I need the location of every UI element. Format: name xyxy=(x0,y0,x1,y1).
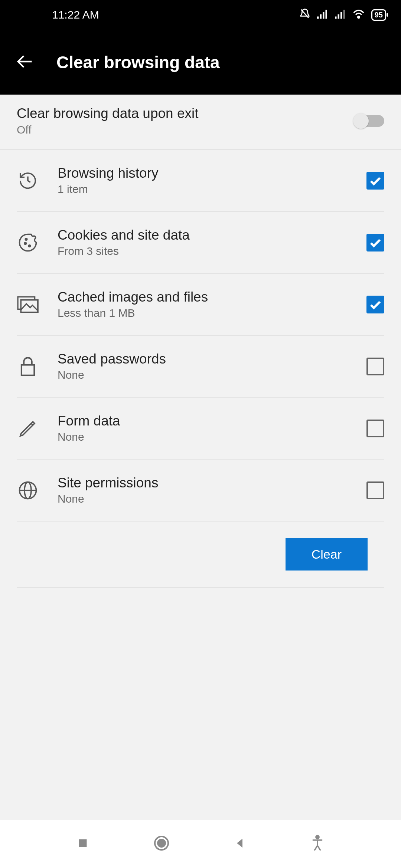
row-title: Form data xyxy=(58,413,348,429)
svg-point-12 xyxy=(29,245,30,247)
svg-rect-22 xyxy=(79,839,87,847)
svg-line-29 xyxy=(314,846,317,851)
row-title: Cached images and files xyxy=(58,289,348,305)
toggle-knob xyxy=(353,113,369,129)
row-sub: Less than 1 MB xyxy=(58,307,348,319)
svg-rect-17 xyxy=(22,365,34,375)
svg-line-30 xyxy=(317,846,320,851)
row-cached[interactable]: Cached images and files Less than 1 MB xyxy=(17,274,384,336)
page-title: Clear browsing data xyxy=(56,52,220,72)
row-sub: 1 item xyxy=(58,183,348,195)
system-nav-bar xyxy=(0,820,401,868)
svg-rect-6 xyxy=(338,14,339,19)
row-passwords[interactable]: Saved passwords None xyxy=(17,336,384,398)
row-title: Site permissions xyxy=(58,475,348,491)
checkbox-cookies[interactable] xyxy=(366,234,384,251)
row-text: Form data None xyxy=(58,413,348,443)
checkbox-cached[interactable] xyxy=(366,296,384,313)
status-icons: 95 xyxy=(299,8,386,22)
row-sub: None xyxy=(58,369,348,381)
checkbox-passwords[interactable] xyxy=(366,358,384,375)
globe-icon xyxy=(17,479,39,502)
lock-icon xyxy=(17,355,39,378)
svg-rect-8 xyxy=(343,10,345,19)
svg-rect-5 xyxy=(335,16,337,19)
row-text: Cached images and files Less than 1 MB xyxy=(58,289,348,319)
cookie-icon xyxy=(17,231,39,254)
pencil-icon xyxy=(17,417,39,440)
svg-point-13 xyxy=(25,238,27,240)
row-sub: None xyxy=(58,431,348,443)
row-form-data[interactable]: Form data None xyxy=(17,398,384,460)
row-sub: None xyxy=(58,493,348,505)
svg-point-24 xyxy=(158,839,165,847)
svg-point-26 xyxy=(316,835,319,838)
back-arrow-icon[interactable] xyxy=(15,52,34,73)
history-icon xyxy=(17,170,39,192)
app-bar: Clear browsing data xyxy=(0,30,401,95)
clear-button-row: Clear xyxy=(17,522,384,588)
svg-rect-1 xyxy=(317,16,319,19)
data-type-list: Browsing history 1 item Cookies and site… xyxy=(0,150,401,588)
row-sub: From 3 sites xyxy=(58,245,348,257)
row-text: Browsing history 1 item xyxy=(58,165,348,195)
row-cookies[interactable]: Cookies and site data From 3 sites xyxy=(17,212,384,274)
checkbox-site-permissions[interactable] xyxy=(366,481,384,499)
wifi-icon xyxy=(353,9,365,22)
svg-point-11 xyxy=(25,243,26,244)
image-icon xyxy=(17,293,39,316)
svg-rect-2 xyxy=(320,14,322,19)
row-text: Saved passwords None xyxy=(58,351,348,381)
signal-2-icon xyxy=(335,9,346,22)
row-title: Cookies and site data xyxy=(58,227,348,243)
svg-marker-25 xyxy=(237,839,242,848)
nav-home-icon[interactable] xyxy=(153,834,170,854)
clear-on-exit-row[interactable]: Clear browsing data upon exit Off xyxy=(0,95,401,150)
svg-rect-3 xyxy=(323,12,325,19)
row-site-permissions[interactable]: Site permissions None xyxy=(17,460,384,522)
nav-back-icon[interactable] xyxy=(234,836,247,851)
nav-accessibility-icon[interactable] xyxy=(310,835,325,853)
checkbox-form-data[interactable] xyxy=(366,420,384,437)
svg-rect-7 xyxy=(340,12,342,19)
clear-button[interactable]: Clear xyxy=(286,538,368,571)
mute-icon xyxy=(299,8,310,22)
nav-recent-icon[interactable] xyxy=(76,836,89,851)
signal-1-icon xyxy=(317,9,328,22)
clear-on-exit-toggle[interactable] xyxy=(354,115,384,127)
row-title: Browsing history xyxy=(58,165,348,181)
status-time: 11:22 AM xyxy=(52,9,99,21)
checkbox-browsing-history[interactable] xyxy=(366,172,384,190)
clear-on-exit-text: Clear browsing data upon exit Off xyxy=(17,106,199,136)
clear-on-exit-state: Off xyxy=(17,124,199,136)
status-bar: 11:22 AM 95 xyxy=(0,0,401,30)
clear-on-exit-title: Clear browsing data upon exit xyxy=(17,106,199,121)
row-title: Saved passwords xyxy=(58,351,348,367)
svg-line-18 xyxy=(31,423,33,425)
svg-point-9 xyxy=(358,16,359,18)
row-text: Site permissions None xyxy=(58,475,348,505)
row-text: Cookies and site data From 3 sites xyxy=(58,227,348,257)
battery-icon: 95 xyxy=(371,9,386,21)
row-browsing-history[interactable]: Browsing history 1 item xyxy=(17,150,384,212)
svg-rect-4 xyxy=(325,10,327,19)
